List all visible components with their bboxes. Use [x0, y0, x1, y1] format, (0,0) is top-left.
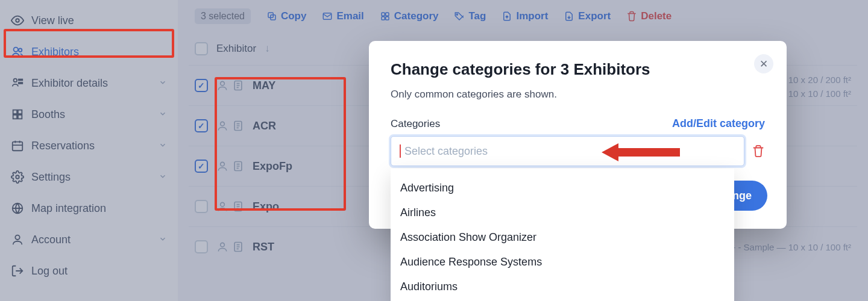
account-icon — [11, 233, 24, 246]
row-checkbox[interactable] — [195, 119, 208, 132]
person-icon — [216, 160, 228, 172]
select-all-checkbox[interactable] — [195, 42, 208, 55]
bulk-toolbar: 3 selected Copy Email Category Tag Impor… — [189, 0, 857, 33]
sort-desc-icon: ↓ — [265, 43, 270, 55]
delete-button[interactable]: Delete — [626, 10, 671, 22]
annotation-arrow — [602, 142, 680, 166]
dropdown-option[interactable]: Airlines — [391, 200, 734, 225]
row-checkbox[interactable] — [195, 240, 208, 253]
dropdown-option[interactable]: Advertising — [391, 176, 734, 200]
eye-icon — [11, 14, 24, 27]
svg-point-13 — [15, 235, 19, 240]
selected-count: 3 selected — [195, 8, 251, 24]
svg-point-0 — [16, 19, 19, 22]
email-button[interactable]: Email — [322, 10, 363, 22]
svg-point-26 — [221, 162, 225, 166]
sidebar-item-exhibitors[interactable]: Exhibitors — [0, 36, 178, 67]
gear-icon — [11, 170, 24, 184]
import-button[interactable]: Import — [502, 10, 548, 22]
exhibitors-icon — [11, 45, 24, 58]
svg-rect-20 — [386, 17, 389, 20]
sidebar-item-label: View live — [31, 14, 74, 27]
svg-point-11 — [16, 175, 19, 179]
svg-point-2 — [19, 49, 22, 52]
sidebar-item-account[interactable]: Account — [0, 224, 178, 255]
booths-icon — [11, 108, 24, 121]
dropdown-option[interactable]: Auditoriums — [391, 275, 734, 299]
person-icon — [216, 79, 228, 92]
exhibitor-name: ACR — [253, 120, 276, 132]
categories-dropdown: Advertising Airlines Association Show Or… — [391, 169, 734, 301]
trash-icon — [626, 11, 637, 22]
sidebar-item-logout[interactable]: Log out — [0, 255, 178, 287]
svg-rect-7 — [18, 110, 22, 114]
chevron-down-icon — [159, 140, 167, 152]
category-icon — [380, 11, 391, 22]
svg-rect-4 — [19, 79, 22, 81]
svg-rect-17 — [382, 13, 385, 16]
email-icon — [322, 11, 333, 22]
import-icon — [502, 11, 512, 22]
dropdown-option[interactable]: Association Show Organizer — [391, 225, 734, 250]
sidebar-item-label: Exhibitors — [31, 46, 79, 58]
notes-icon — [232, 120, 244, 132]
svg-point-3 — [14, 79, 17, 82]
person-icon — [216, 120, 228, 132]
clear-categories-button[interactable] — [752, 144, 765, 158]
sidebar-item-map-integration[interactable]: Map integration — [0, 193, 178, 224]
tag-icon — [454, 11, 465, 22]
logout-icon — [11, 264, 24, 278]
tag-button[interactable]: Tag — [454, 10, 486, 22]
notes-icon — [232, 160, 244, 172]
close-icon: ✕ — [760, 58, 768, 70]
chevron-down-icon — [159, 234, 167, 246]
svg-point-30 — [221, 243, 225, 247]
dropdown-option[interactable]: Audience Response Systems — [391, 250, 734, 275]
export-button[interactable]: Export — [564, 10, 611, 22]
copy-icon — [266, 11, 277, 22]
sidebar-item-exhibitor-details[interactable]: Exhibitor details — [0, 67, 178, 99]
svg-rect-8 — [13, 115, 17, 119]
column-header-label: Exhibitor — [216, 43, 256, 55]
person-icon — [216, 200, 228, 213]
chevron-down-icon — [159, 171, 167, 184]
exhibitor-name: RST — [253, 241, 274, 253]
row-checkbox[interactable] — [195, 79, 208, 92]
row-checkbox[interactable] — [195, 200, 208, 213]
placeholder-text: Select categories — [404, 145, 488, 158]
row-checkbox[interactable] — [195, 160, 208, 173]
modal-title: Change categories for 3 Exhibitors — [391, 60, 765, 79]
sidebar-item-label: Settings — [31, 171, 71, 184]
svg-rect-18 — [386, 13, 389, 16]
close-button[interactable]: ✕ — [754, 54, 773, 73]
details-icon — [11, 76, 24, 90]
sidebar-item-view-live[interactable]: View live — [0, 5, 178, 36]
copy-button[interactable]: Copy — [266, 10, 307, 22]
svg-rect-6 — [13, 110, 17, 114]
svg-rect-5 — [19, 82, 22, 84]
sidebar-item-booths[interactable]: Booths — [0, 99, 178, 130]
person-icon — [216, 241, 228, 253]
chevron-down-icon — [159, 77, 167, 90]
svg-point-22 — [221, 81, 225, 85]
categories-label: Categories — [391, 118, 440, 130]
svg-point-28 — [221, 202, 225, 206]
export-icon — [564, 11, 574, 22]
svg-marker-32 — [602, 143, 680, 161]
categories-select-input[interactable]: Select categories — [391, 136, 744, 166]
sidebar-item-reservations[interactable]: Reservations — [0, 130, 178, 161]
svg-rect-10 — [13, 142, 23, 151]
sidebar-item-label: Log out — [31, 265, 68, 278]
sidebar: View live Exhibitors Exhibitor details B… — [0, 0, 178, 301]
chevron-down-icon — [159, 108, 167, 121]
modal-subtitle: Only common categories are shown. — [391, 88, 765, 101]
add-edit-category-link[interactable]: Add/Edit category — [672, 117, 765, 130]
category-button[interactable]: Category — [380, 10, 439, 22]
text-cursor — [400, 144, 401, 158]
svg-rect-9 — [18, 115, 22, 119]
notes-icon — [232, 79, 244, 92]
sidebar-item-label: Booths — [31, 108, 65, 121]
exhibitor-name: Expo — [253, 200, 279, 213]
notes-icon — [232, 241, 244, 253]
sidebar-item-settings[interactable]: Settings — [0, 161, 178, 193]
